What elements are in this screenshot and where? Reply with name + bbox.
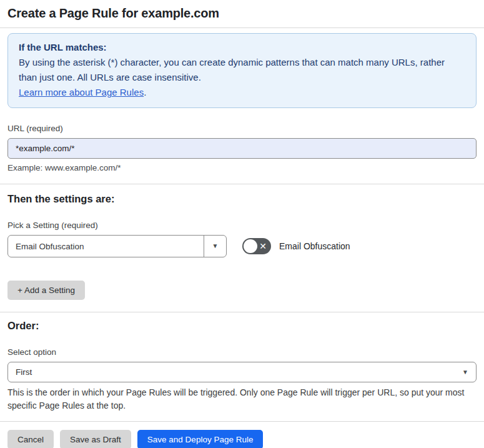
setting-picker-dropdown[interactable]: Email Obfuscation ▼ bbox=[7, 235, 227, 257]
learn-more-link[interactable]: Learn more about Page Rules bbox=[19, 87, 144, 97]
settings-section-heading: Then the settings are: bbox=[7, 193, 477, 205]
order-help-text: This is the order in which your Page Rul… bbox=[7, 386, 477, 412]
link-period: . bbox=[144, 87, 146, 97]
chevron-down-icon: ▼ bbox=[212, 243, 219, 249]
url-example-text: Example: www.example.com/* bbox=[7, 163, 477, 172]
divider-under-title bbox=[0, 27, 484, 28]
toggle-label: Email Obfuscation bbox=[279, 241, 350, 251]
page-title: Create a Page Rule for example.com bbox=[7, 6, 477, 21]
divider-above-footer bbox=[0, 421, 484, 422]
toggle-knob bbox=[244, 239, 257, 253]
toggle-off-x-icon: ✕ bbox=[259, 242, 267, 251]
url-field-label: URL (required) bbox=[7, 124, 477, 133]
email-obfuscation-toggle[interactable]: ✕ bbox=[242, 238, 271, 254]
order-select-dropdown[interactable]: First ▼ bbox=[7, 362, 477, 382]
divider-under-url bbox=[0, 184, 484, 184]
setting-picker-label: Pick a Setting (required) bbox=[7, 221, 477, 230]
chevron-down-icon: ▼ bbox=[462, 369, 468, 376]
order-section-heading: Order: bbox=[7, 320, 477, 332]
info-box-body-text: By using the asterisk (*) character, you… bbox=[19, 57, 445, 82]
divider-under-settings bbox=[0, 312, 484, 312]
info-box-body: By using the asterisk (*) character, you… bbox=[19, 55, 465, 85]
save-and-deploy-button[interactable]: Save and Deploy Page Rule bbox=[137, 430, 264, 448]
setting-picker-arrow-box[interactable]: ▼ bbox=[204, 236, 226, 257]
url-input[interactable] bbox=[7, 138, 477, 159]
add-setting-button[interactable]: + Add a Setting bbox=[7, 281, 85, 300]
save-as-draft-button[interactable]: Save as Draft bbox=[60, 430, 131, 448]
order-select-label: Select option bbox=[7, 347, 477, 357]
url-match-info-box: If the URL matches: By using the asteris… bbox=[7, 33, 477, 108]
setting-row: Email Obfuscation ▼ ✕ Email Obfuscation bbox=[7, 235, 477, 257]
page-rule-form: Create a Page Rule for example.com If th… bbox=[0, 0, 484, 448]
info-box-heading: If the URL matches: bbox=[19, 40, 465, 55]
email-obfuscation-toggle-group: ✕ Email Obfuscation bbox=[242, 238, 350, 254]
setting-picker-value: Email Obfuscation bbox=[8, 236, 204, 257]
cancel-button[interactable]: Cancel bbox=[7, 430, 54, 448]
footer-button-row: Cancel Save as Draft Save and Deploy Pag… bbox=[7, 430, 477, 448]
info-box-link-line: Learn more about Page Rules. bbox=[19, 85, 465, 100]
order-select-value: First bbox=[16, 367, 32, 377]
